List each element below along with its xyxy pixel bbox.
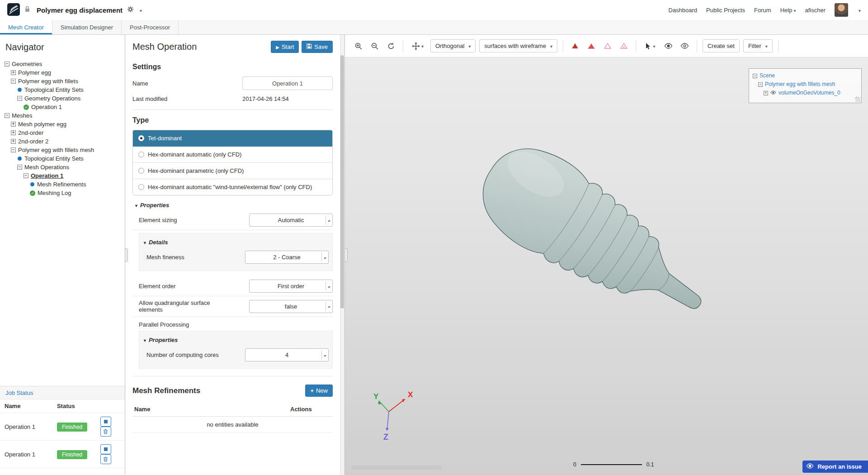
stop-job-button[interactable]	[100, 417, 111, 427]
save-button[interactable]: Save	[302, 41, 333, 53]
tree-item-label: Meshing Log	[38, 190, 71, 196]
tree-item-label: Polymer egg with fillets mesh	[18, 147, 94, 153]
avatar[interactable]	[835, 3, 848, 17]
nav-dashboard[interactable]: Dashboard	[669, 7, 698, 14]
expand-icon[interactable]	[11, 122, 16, 127]
collapse-icon[interactable]	[5, 62, 9, 66]
option-hex-dominant-windtunnel[interactable]: Hex-dominant automatic "wind-tunnel/exte…	[133, 179, 332, 195]
tab-simulation-designer[interactable]: Simulation Designer	[52, 20, 122, 34]
tree-item-geometries[interactable]: Geometries	[5, 60, 125, 68]
element-order-select[interactable]: First order	[249, 280, 333, 293]
tree-item-polymer-egg-with-fillets[interactable]: Polymer egg with fillets	[5, 77, 125, 86]
expand-icon[interactable]	[764, 91, 768, 95]
collapse-icon[interactable]	[5, 113, 9, 118]
tree-item-meshing-log[interactable]: Meshing Log	[5, 189, 125, 197]
collapse-icon[interactable]	[17, 165, 22, 170]
nav-forum[interactable]: Forum	[754, 7, 771, 14]
tet-outline-dot-icon[interactable]	[618, 40, 630, 52]
app-logo[interactable]	[7, 3, 20, 17]
projection-mode-button[interactable]: Orthogonal	[430, 39, 476, 52]
tree-item-2nd-order[interactable]: 2nd-order	[5, 128, 125, 137]
collapse-icon[interactable]	[758, 82, 763, 87]
toolbar-separator	[563, 40, 563, 52]
tree-item-mesh-refinements[interactable]: Mesh Refinements	[5, 180, 125, 189]
refresh-view-icon[interactable]	[385, 40, 397, 52]
zoom-out-icon[interactable]	[368, 40, 381, 52]
chevron-down-icon	[549, 43, 552, 49]
properties-collapse[interactable]: Properties	[134, 202, 333, 209]
tree-item-geometry-operations[interactable]: Geometry Operations	[5, 94, 125, 103]
tree-item-mesh-operations[interactable]: Mesh Operations	[5, 163, 125, 171]
new-refinement-button[interactable]: New	[305, 385, 333, 397]
tree-item-topological-entity-sets-mesh[interactable]: Topological Entity Sets	[5, 154, 125, 163]
tree-item-geometry-operation-1[interactable]: Operation 1	[5, 103, 125, 111]
scene-tree-mesh[interactable]: Polymer egg with fillets mesh	[753, 80, 858, 89]
show-entities-eye-icon[interactable]	[662, 40, 675, 52]
render-mode-button[interactable]: surfaces with wireframe	[479, 39, 557, 52]
parallel-subpanel: Properties Number of computing cores 4	[139, 331, 333, 369]
tree-item-polymer-egg[interactable]: Polymer egg	[5, 68, 125, 77]
zoom-in-icon[interactable]	[352, 40, 365, 52]
tree-item-mesh-operation-1-selected[interactable]: Operation 1	[5, 171, 125, 180]
tet-solid-alt-icon[interactable]	[585, 40, 598, 52]
radio-icon	[138, 152, 144, 157]
details-collapse[interactable]: Details	[143, 239, 329, 246]
panel-scrollbar[interactable]	[340, 35, 344, 475]
start-button[interactable]: Start	[271, 41, 299, 53]
expand-icon[interactable]	[11, 70, 16, 75]
chevron-down-icon[interactable]	[857, 7, 861, 14]
chevron-down-icon[interactable]	[138, 7, 142, 14]
parallel-properties-collapse[interactable]: Properties	[143, 337, 329, 343]
tree-item-mesh-polymer-egg[interactable]: Mesh polymer egg	[5, 120, 125, 128]
tet-outline-icon[interactable]	[601, 40, 614, 52]
expand-icon[interactable]	[11, 130, 16, 135]
element-sizing-select[interactable]: Automatic	[249, 214, 333, 227]
operation-name-input[interactable]	[242, 76, 333, 90]
horizontal-scrollbar[interactable]	[351, 466, 442, 470]
job-status-title[interactable]: Job Status	[0, 386, 125, 399]
chevron-down-icon	[792, 7, 796, 14]
collapse-icon[interactable]	[753, 74, 757, 78]
tree-item-topological-entity-sets[interactable]: Topological Entity Sets	[5, 86, 125, 94]
scrollbar-thumb[interactable]	[340, 55, 344, 309]
project-settings-gear-icon[interactable]	[127, 6, 134, 14]
tree-item-polymer-egg-with-fillets-mesh[interactable]: Polymer egg with fillets mesh	[5, 146, 125, 154]
scale-max: 0.1	[646, 461, 654, 468]
report-issue-button[interactable]: Report an issue	[802, 461, 868, 473]
tab-mesh-creator[interactable]: Mesh Creator	[0, 20, 52, 34]
stop-job-button[interactable]	[100, 444, 111, 454]
filter-button[interactable]: Filter	[743, 39, 773, 52]
scene-tree-scene[interactable]: Scene	[753, 71, 858, 80]
quad-elements-select[interactable]: false	[249, 300, 333, 313]
scene-tree-volume[interactable]: volumeOnGeoVolumes_0	[753, 89, 858, 97]
collapse-icon[interactable]	[24, 173, 28, 178]
create-set-button[interactable]: Create set	[703, 39, 740, 52]
overlay-resize-handle[interactable]	[855, 97, 860, 102]
option-tet-dominant[interactable]: Tet-dominant	[133, 130, 332, 147]
panel-resize-handle[interactable]	[344, 248, 348, 262]
nav-public-projects[interactable]: Public Projects	[706, 7, 745, 14]
collapse-icon[interactable]	[11, 147, 16, 152]
select-cursor-icon[interactable]	[642, 40, 659, 52]
visibility-eye-icon[interactable]	[770, 89, 776, 97]
delete-job-button[interactable]	[100, 454, 111, 464]
tab-post-processor[interactable]: Post-Processor	[122, 20, 179, 34]
mesh-3d-object[interactable]	[451, 128, 777, 408]
option-hex-dominant-automatic[interactable]: Hex-dominant automatic (only CFD)	[133, 147, 332, 163]
collapse-icon[interactable]	[11, 79, 16, 84]
delete-job-button[interactable]	[100, 427, 111, 437]
username[interactable]: afischer	[805, 7, 826, 14]
tet-solid-icon[interactable]	[569, 40, 581, 52]
mesh-fineness-select[interactable]: 2 - Coarse	[245, 251, 329, 264]
hide-entities-eye-icon[interactable]	[679, 40, 691, 52]
expand-icon[interactable]	[11, 139, 16, 144]
computing-cores-select[interactable]: 4	[245, 348, 329, 361]
option-hex-dominant-parametric[interactable]: Hex-dominant parametric (only CFD)	[133, 163, 332, 179]
collapse-icon[interactable]	[17, 96, 22, 101]
nav-help[interactable]: Help	[780, 7, 796, 14]
panel-resize-handle[interactable]	[125, 248, 128, 262]
viewport-3d[interactable]: Orthogonal surfaces with wireframe Creat…	[345, 35, 868, 475]
tree-item-meshes[interactable]: Meshes	[5, 111, 125, 120]
tree-item-2nd-order-2[interactable]: 2nd-order 2	[5, 137, 125, 146]
pan-move-icon[interactable]	[409, 40, 427, 52]
